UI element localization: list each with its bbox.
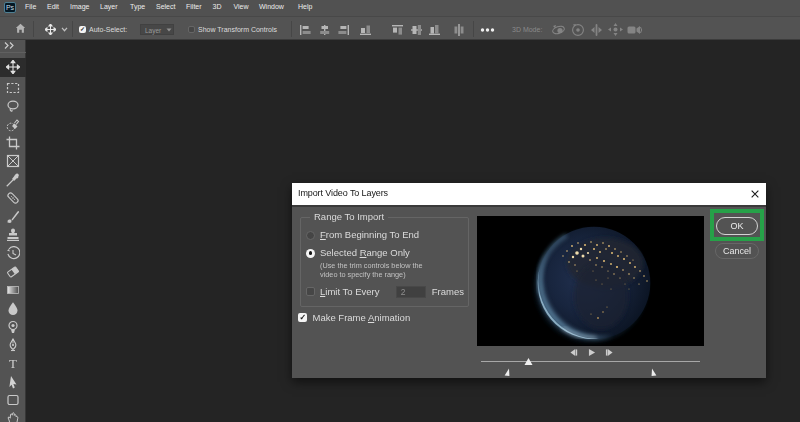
svg-text:T: T	[9, 356, 17, 370]
svg-text:Ps: Ps	[6, 4, 15, 11]
